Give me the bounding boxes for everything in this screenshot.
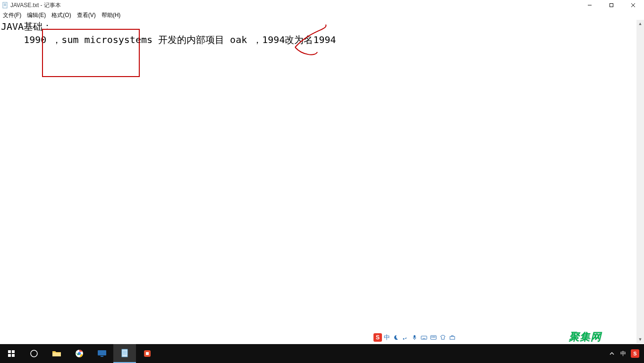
tray-chevron-up-icon[interactable] <box>608 344 616 363</box>
toolbox-icon[interactable] <box>449 334 456 341</box>
punct-icon[interactable] <box>401 334 409 341</box>
svg-rect-18 <box>434 337 435 337</box>
mic-icon[interactable] <box>411 334 418 341</box>
menu-edit[interactable]: 编辑(E) <box>27 11 46 19</box>
taskbar-app-chrome[interactable] <box>68 344 91 363</box>
taskbar-app-notepad[interactable] <box>113 344 136 363</box>
taskbar-app-file-explorer[interactable] <box>45 344 68 363</box>
svg-rect-0 <box>3 2 7 8</box>
system-tray: 中 S <box>605 344 642 363</box>
svg-rect-22 <box>8 354 11 357</box>
taskbar: 中 S <box>0 344 644 363</box>
windows-start-icon <box>8 350 15 357</box>
window-controls <box>579 0 644 10</box>
scroll-down-arrow[interactable]: ▼ <box>636 336 644 343</box>
svg-rect-28 <box>98 350 106 355</box>
file-explorer-icon <box>52 350 61 357</box>
menu-view[interactable]: 查看(V) <box>77 11 96 19</box>
taskbar-right: 中 S <box>605 344 644 363</box>
svg-rect-16 <box>432 337 432 337</box>
taskbar-app-monitor[interactable] <box>91 344 113 363</box>
svg-rect-35 <box>146 352 149 355</box>
taskbar-left <box>0 344 159 363</box>
menu-help[interactable]: 帮助(H) <box>102 11 121 19</box>
svg-rect-21 <box>12 350 15 353</box>
svg-rect-30 <box>122 349 127 357</box>
clothes-icon[interactable] <box>439 334 447 341</box>
svg-rect-19 <box>450 337 455 339</box>
maximize-button[interactable] <box>601 0 622 10</box>
soft-keyboard-icon[interactable] <box>430 334 437 341</box>
svg-rect-23 <box>12 354 15 357</box>
svg-rect-17 <box>433 337 434 337</box>
recorder-app-icon <box>143 349 152 358</box>
moon-icon[interactable] <box>392 334 399 341</box>
ime-toolbar[interactable]: S 中 <box>373 332 456 343</box>
tray-sogou-icon[interactable]: S <box>631 344 639 363</box>
svg-rect-20 <box>8 350 11 353</box>
scroll-up-arrow[interactable]: ▲ <box>636 20 644 27</box>
vertical-scrollbar[interactable]: ▲ ▼ <box>636 20 644 343</box>
monitor-app-icon <box>97 350 107 357</box>
close-button[interactable] <box>622 0 644 10</box>
keyboard-icon[interactable] <box>420 334 428 341</box>
sogou-logo-icon[interactable]: S <box>373 333 382 342</box>
titlebar[interactable]: JAVASE.txt - 记事本 <box>0 0 644 10</box>
minimize-button[interactable] <box>579 0 601 10</box>
svg-point-8 <box>403 338 405 340</box>
taskbar-app-recorder[interactable] <box>136 344 159 363</box>
menu-file[interactable]: 文件(F) <box>3 11 21 19</box>
text-editor[interactable]: JAVA基础： 1990 ，sum microsystems 开发的内部项目 o… <box>0 20 636 343</box>
editor-line-2: 1990 ，sum microsystems 开发的内部项目 oak ，1994… <box>1 34 336 45</box>
svg-rect-29 <box>101 356 103 357</box>
start-button[interactable] <box>0 344 23 363</box>
tray-ime-text[interactable]: 中 <box>619 344 627 363</box>
notepad-icon <box>2 2 8 9</box>
menubar: 文件(F) 编辑(E) 格式(O) 查看(V) 帮助(H) <box>0 10 644 20</box>
chrome-icon <box>75 349 84 358</box>
ime-mode-text[interactable]: 中 <box>384 333 390 342</box>
editor-line-1: JAVA基础： <box>1 21 52 32</box>
editor-area: JAVA基础： 1990 ，sum microsystems 开发的内部项目 o… <box>0 20 644 343</box>
cortana-button[interactable] <box>23 344 45 363</box>
svg-rect-9 <box>414 335 415 338</box>
svg-rect-10 <box>421 336 427 339</box>
sogou-icon: S <box>631 349 639 358</box>
svg-rect-25 <box>52 353 61 356</box>
cortana-circle-icon <box>30 349 38 358</box>
svg-rect-5 <box>610 4 613 7</box>
window-title: JAVASE.txt - 记事本 <box>10 1 61 9</box>
menu-format[interactable]: 格式(O) <box>51 11 71 19</box>
notepad-app-icon <box>121 349 128 357</box>
svg-point-24 <box>31 350 37 357</box>
notepad-window: JAVASE.txt - 记事本 文件(F) 编辑(E) 格式(O) 查看(V)… <box>0 0 644 363</box>
